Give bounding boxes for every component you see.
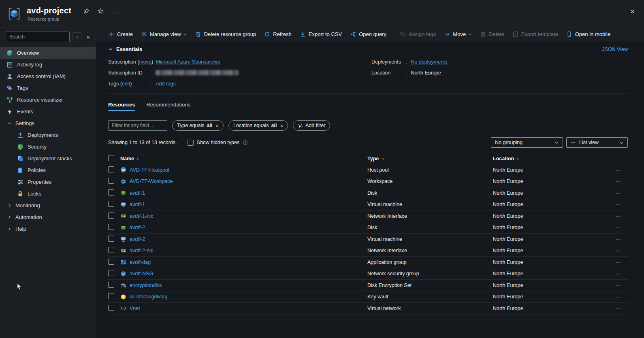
search-input[interactable] xyxy=(6,32,70,42)
resource-name-link[interactable]: avdtf-1-nic xyxy=(130,213,153,219)
remove-filter-icon[interactable]: × xyxy=(215,123,219,129)
create-button[interactable]: Create xyxy=(104,28,137,41)
tab-resources[interactable]: Resources xyxy=(108,102,135,111)
row-context-menu[interactable]: ⋯ xyxy=(609,282,628,289)
json-view-link[interactable]: JSON View xyxy=(602,47,628,52)
sidebar-item-security[interactable]: Security xyxy=(0,141,96,153)
search-options-button[interactable]: ◇ xyxy=(73,32,81,41)
row-checkbox[interactable] xyxy=(108,247,114,253)
table-row-avdtf-2-nic-network-interface[interactable]: avdtf-2-nic Network Interface North Euro… xyxy=(108,245,628,257)
tags-value[interactable]: Add tags xyxy=(156,81,175,87)
view-dropdown[interactable]: List view xyxy=(566,137,628,148)
row-context-menu[interactable]: ⋯ xyxy=(609,270,628,277)
row-checkbox[interactable] xyxy=(108,189,114,196)
row-context-menu[interactable]: ⋯ xyxy=(609,201,628,208)
refresh-button[interactable]: Refresh xyxy=(260,28,296,41)
row-checkbox[interactable] xyxy=(108,293,114,299)
delete-resource-group-button[interactable]: Delete resource group xyxy=(191,28,260,41)
row-context-menu[interactable]: ⋯ xyxy=(609,178,628,185)
table-row-avdtf-2-disk[interactable]: avdtf-2 Disk North Europe ⋯ xyxy=(108,222,628,234)
filter-pill-location-equals[interactable]: Location equals all × xyxy=(228,120,288,131)
resource-name-link[interactable]: AVD-TF-Woskpace xyxy=(130,179,173,184)
sidebar-item-deployment-stacks[interactable]: Deployment stacks xyxy=(0,153,96,164)
sidebar-item-overview[interactable]: Overview xyxy=(0,47,96,59)
table-row-avdtf-1-nic-network-interface[interactable]: avdtf-1-nic Network Interface North Euro… xyxy=(108,210,628,222)
grouping-dropdown[interactable]: No grouping xyxy=(491,137,563,148)
assign-tags-button[interactable]: Assign tags xyxy=(396,28,440,41)
table-row-avdtf-1-disk[interactable]: avdtf-1 Disk North Europe ⋯ xyxy=(108,187,628,199)
resource-name-link[interactable]: avdtf-2 xyxy=(130,236,145,242)
sidebar-group-automation[interactable]: Automation xyxy=(0,211,96,223)
table-row-avd-tf-hostpool-host-pool[interactable]: AVD-TF-Hostpool Host pool North Europe ⋯ xyxy=(108,164,628,176)
table-row-avdtf-nsg-network-security-group[interactable]: avdtf-NSG Network security group North E… xyxy=(108,268,628,280)
table-row-vnet-virtual-network[interactable]: Vnet Virtual network North Europe ⋯ xyxy=(108,303,628,315)
sidebar-item-deployments[interactable]: Deployments xyxy=(0,129,96,141)
row-checkbox[interactable] xyxy=(108,259,114,265)
table-row-kv-efolfasgdwasj-key-vault[interactable]: kv-efolfasgdwasj Key vault North Europe … xyxy=(108,291,628,303)
pin-icon[interactable] xyxy=(83,8,90,14)
column-header-type[interactable]: Type xyxy=(367,156,379,162)
tags-edit-link[interactable]: edit xyxy=(122,81,130,87)
subscription-move-link[interactable]: move xyxy=(139,59,151,65)
tab-recommendations[interactable]: Recommendations xyxy=(146,102,190,111)
resource-name-link[interactable]: avdtf-1 xyxy=(130,202,145,207)
row-context-menu[interactable]: ⋯ xyxy=(609,190,628,196)
sidebar-group-help[interactable]: Help xyxy=(0,223,96,235)
row-checkbox[interactable] xyxy=(108,270,114,276)
resource-name-link[interactable]: avdtf-2-nic xyxy=(130,248,153,253)
export-template-button[interactable]: Export template xyxy=(508,28,562,41)
essentials-title[interactable]: Essentials xyxy=(116,46,142,52)
table-row-avd-tf-woskpace-workspace[interactable]: AVD-TF-Woskpace Workspace North Europe ⋯ xyxy=(108,176,628,188)
row-context-menu[interactable]: ⋯ xyxy=(609,224,628,231)
table-row-avdtf-1-virtual-machine[interactable]: avdtf-1 Virtual machine North Europe ⋯ xyxy=(108,199,628,211)
filter-input[interactable] xyxy=(108,120,167,131)
sidebar-group-settings[interactable]: Settings xyxy=(0,117,96,129)
row-context-menu[interactable]: ⋯ xyxy=(609,213,628,219)
row-checkbox[interactable] xyxy=(108,201,114,207)
open-in-mobile-button[interactable]: Open in mobile xyxy=(562,28,614,41)
sidebar-item-resource-visualizer[interactable]: Resource visualizer xyxy=(0,94,96,106)
resource-name-link[interactable]: avdtf-NSG xyxy=(130,271,153,276)
row-checkbox[interactable] xyxy=(108,224,114,230)
table-row-encryptiondisk-disk-encryption-set[interactable]: encryptiondisk Disk Encryption Set North… xyxy=(108,280,628,291)
remove-filter-icon[interactable]: × xyxy=(280,123,283,129)
sidebar-item-properties[interactable]: Properties xyxy=(0,176,96,188)
table-row-avdtf-dag-application-group[interactable]: avdtf-dag Application group North Europe… xyxy=(108,257,628,268)
sidebar-item-locks[interactable]: Locks xyxy=(0,188,96,200)
sidebar-group-monitoring[interactable]: Monitoring xyxy=(0,200,96,211)
row-checkbox[interactable] xyxy=(108,236,114,242)
show-hidden-types-toggle[interactable]: Show hidden types xyxy=(188,140,248,146)
sidebar-item-events[interactable]: Events xyxy=(0,106,96,117)
filter-pill-type-equals[interactable]: Type equals all × xyxy=(172,120,224,131)
column-header-name[interactable]: Name xyxy=(120,156,134,162)
sidebar-item-activity-log[interactable]: Activity log xyxy=(0,59,96,70)
sidebar-item-policies[interactable]: Policies xyxy=(0,164,96,176)
resource-name-link[interactable]: Vnet xyxy=(130,306,140,311)
row-checkbox[interactable] xyxy=(108,166,114,172)
export-to-csv-button[interactable]: Export to CSV xyxy=(296,28,346,41)
favorite-star-icon[interactable] xyxy=(98,8,104,14)
row-context-menu[interactable]: ⋯ xyxy=(609,293,628,300)
resource-name-link[interactable]: avdtf-1 xyxy=(130,190,145,196)
resource-name-link[interactable]: avdtf-dag xyxy=(130,259,151,265)
open-query-button[interactable]: Open query xyxy=(346,28,390,41)
sidebar-item-access-control-iam[interactable]: Access control (IAM) xyxy=(0,70,96,82)
row-context-menu[interactable]: ⋯ xyxy=(609,247,628,254)
sidebar-item-tags[interactable]: Tags xyxy=(0,82,96,94)
resource-name-link[interactable]: AVD-TF-Hostpool xyxy=(130,167,169,173)
row-context-menu[interactable]: ⋯ xyxy=(609,236,628,242)
row-checkbox[interactable] xyxy=(108,305,114,311)
deployments-value[interactable]: No deployments xyxy=(411,59,447,65)
select-all-checkbox[interactable] xyxy=(108,155,114,161)
row-checkbox[interactable] xyxy=(108,213,114,219)
row-checkbox[interactable] xyxy=(108,178,114,184)
column-header-location[interactable]: Location xyxy=(493,156,514,162)
subscription-value[interactable]: Microsoft Azure Sponsorship xyxy=(156,59,220,65)
chevron-up-icon[interactable] xyxy=(108,47,113,52)
resource-name-link[interactable]: kv-efolfasgdwasj xyxy=(130,294,167,300)
add-filter-button[interactable]: Add filter xyxy=(293,120,330,131)
more-menu-icon[interactable]: … xyxy=(112,9,118,13)
move-button[interactable]: Move xyxy=(440,28,476,41)
close-button[interactable]: ✕ xyxy=(630,8,635,15)
row-context-menu[interactable]: ⋯ xyxy=(609,167,628,173)
